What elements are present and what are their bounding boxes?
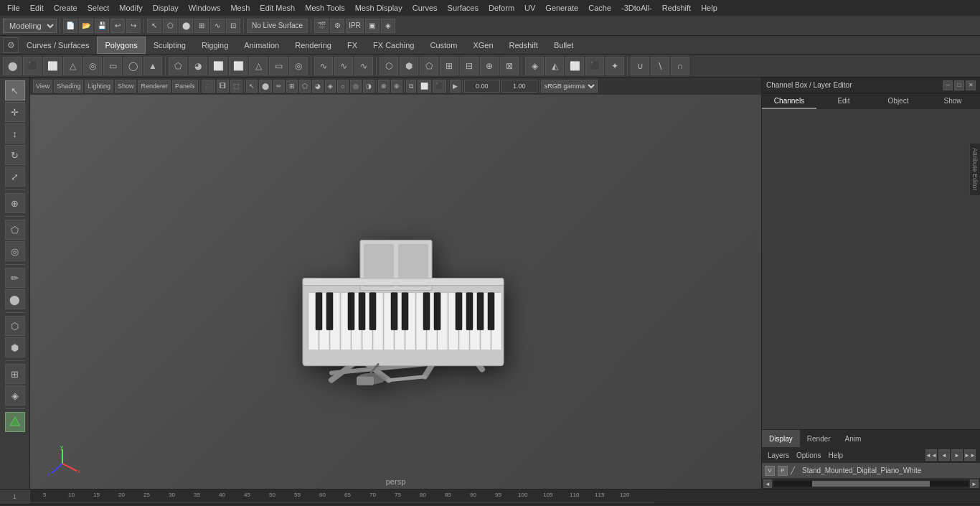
vp-panels-menu[interactable]: Panels — [172, 80, 198, 93]
vp-hud-btn[interactable]: ⬜ — [418, 80, 431, 93]
menu-surfaces[interactable]: Surfaces — [443, 2, 483, 14]
layer-scrollbar[interactable]: ◄ ► — [762, 479, 980, 489]
shelf-ep-curve-icon[interactable]: ∿ — [334, 57, 353, 75]
vp-lighting-menu[interactable]: Lighting — [85, 80, 113, 93]
layer-nav-forward-btn[interactable]: ►► — [964, 449, 976, 461]
options-menu-btn[interactable]: Options — [793, 451, 824, 459]
layer-scroll-right-btn[interactable]: ► — [970, 479, 979, 488]
shelf-nurbs-cone-icon[interactable]: △ — [249, 57, 268, 75]
tab-rigging[interactable]: Rigging — [194, 37, 236, 54]
vp-shadows-btn[interactable]: ◎ — [350, 80, 362, 93]
vp-xray-joints-btn[interactable]: ⊕ — [391, 80, 402, 93]
select-tool-btn[interactable]: ↖ — [147, 19, 161, 33]
layer-scroll-thumb[interactable] — [812, 481, 929, 487]
layer-nav-next-btn[interactable]: ► — [951, 449, 963, 461]
tab-custom[interactable]: Custom — [423, 37, 466, 54]
viewport[interactable]: View Shading Lighting Show Renderer Pane… — [30, 78, 761, 489]
paint-select2-btn[interactable]: ◎ — [5, 241, 25, 261]
sculpt-btn[interactable]: ⬤ — [5, 289, 25, 309]
rotate-tool-btn[interactable]: ↻ — [5, 145, 25, 165]
vp-shading-menu[interactable]: Shading — [54, 80, 83, 93]
menu-cache[interactable]: Cache — [584, 2, 616, 14]
scale-tool-btn[interactable]: ⤢ — [5, 167, 25, 187]
undo-btn[interactable]: ↩ — [110, 19, 125, 33]
mode-selector[interactable]: Modeling — [3, 19, 57, 33]
shelf-cube-icon[interactable]: ⬛ — [23, 57, 42, 75]
shelf-disk-icon[interactable]: ◯ — [123, 57, 142, 75]
menu-edit[interactable]: Edit — [26, 2, 48, 14]
menu-mesh-display[interactable]: Mesh Display — [351, 2, 407, 14]
layers-menu-btn[interactable]: Layers — [765, 451, 792, 459]
vp-ao-btn[interactable]: ◑ — [363, 80, 374, 93]
shelf-smooth-icon[interactable]: ◈ — [525, 57, 544, 75]
shelf-nurbs-cyl-icon[interactable]: ⬜ — [229, 57, 248, 75]
shelf-combine-icon[interactable]: ⊕ — [480, 57, 499, 75]
cb-tab-edit[interactable]: Edit — [816, 93, 871, 109]
tab-fx-caching[interactable]: FX Caching — [365, 37, 422, 54]
menu-mesh-tools[interactable]: Mesh Tools — [301, 2, 349, 14]
menu-create[interactable]: Create — [50, 2, 82, 14]
open-scene-btn[interactable]: 📂 — [79, 19, 93, 33]
vp-wireframe-btn[interactable]: ⬠ — [299, 80, 311, 93]
layer-row[interactable]: V P ╱ Stand_Mounted_Digital_Piano_White — [762, 463, 980, 479]
menu-uv[interactable]: UV — [520, 2, 540, 14]
lasso-tool-btn[interactable]: ⬠ — [163, 19, 177, 33]
shelf-bool-diff-icon[interactable]: ∖ — [651, 57, 669, 75]
select-tool-btn[interactable]: ↖ — [5, 80, 25, 100]
shelf-triangulate-icon[interactable]: ◭ — [545, 57, 564, 75]
soft-mod-btn[interactable]: ✏ — [5, 268, 25, 288]
live-surface-btn[interactable]: No Live Surface — [247, 19, 308, 33]
layer-nav-prev-btn[interactable]: ◄ — [938, 449, 950, 461]
cb-tab-channels[interactable]: Channels — [762, 93, 816, 109]
shelf-bezier-icon[interactable]: ∿ — [354, 57, 373, 75]
component-mode-btn[interactable]: ⬡ — [5, 316, 25, 336]
vp-sculpt2-btn[interactable]: ✏ — [273, 80, 285, 93]
shelf-nurbs-cube-icon[interactable]: ⬜ — [209, 57, 227, 75]
channel-box-maximize-btn[interactable]: □ — [954, 80, 964, 90]
menu-redshift[interactable]: Redshift — [658, 2, 695, 14]
tab-xgen[interactable]: XGen — [465, 37, 501, 54]
shelf-subdiv-icon[interactable]: ⬠ — [169, 57, 187, 75]
vp-play-blast-btn[interactable]: ▶ — [450, 80, 461, 93]
shelf-cv-curve-icon[interactable]: ∿ — [314, 57, 333, 75]
shelf-separate-icon[interactable]: ⊟ — [460, 57, 479, 75]
menu-windows[interactable]: Windows — [184, 2, 225, 14]
vp-view-menu[interactable]: View — [33, 80, 52, 93]
vp-renderer-menu[interactable]: Renderer — [138, 80, 171, 93]
menu-3dtall[interactable]: -3DtoAll- — [617, 2, 656, 14]
vp-film-gate-btn[interactable]: 🎞 — [217, 80, 229, 93]
channel-box-close-btn[interactable]: ✕ — [966, 80, 976, 90]
vp-xray-btn[interactable]: ⊗ — [378, 80, 390, 93]
menu-file[interactable]: File — [3, 2, 24, 14]
menu-help[interactable]: Help — [697, 2, 722, 14]
vp-select-type-btn[interactable]: ↖ — [246, 80, 258, 93]
tab-rendering[interactable]: Rendering — [287, 37, 339, 54]
menu-select[interactable]: Select — [83, 2, 114, 14]
shelf-extrude-icon[interactable]: ⬡ — [380, 57, 398, 75]
tab-polygons[interactable]: Polygons — [97, 37, 145, 54]
layer-visibility-btn[interactable]: V — [765, 466, 775, 476]
help-menu-btn[interactable]: Help — [825, 451, 846, 459]
vp-shade-btn[interactable]: ◕ — [312, 80, 324, 93]
vp-color-profile-select[interactable]: sRGB gamma — [541, 80, 598, 93]
shelf-bevel-icon[interactable]: ⬠ — [420, 57, 438, 75]
vp-isolate-btn[interactable]: ⧉ — [406, 80, 416, 93]
paint-select-btn[interactable]: ⬤ — [179, 19, 193, 33]
shelf-bridge-icon[interactable]: ⬢ — [400, 57, 418, 75]
vp-safe-area-btn[interactable]: ⬚ — [230, 80, 242, 93]
tab-bullet[interactable]: Bullet — [546, 37, 582, 54]
shelf-mirror-icon[interactable]: ⊠ — [500, 57, 519, 75]
snap-to-grid-btn[interactable]: ⊞ — [5, 364, 25, 384]
menu-generate[interactable]: Generate — [541, 2, 583, 14]
snap-grid-btn[interactable]: ⊞ — [194, 19, 209, 33]
layer-scroll-left-btn[interactable]: ◄ — [763, 479, 772, 488]
vp-grid-btn[interactable]: ⊞ — [286, 80, 298, 93]
le-tab-anim[interactable]: Anim — [838, 430, 869, 447]
cb-tab-object[interactable]: Object — [871, 93, 925, 109]
shelf-merge-icon[interactable]: ⊞ — [440, 57, 458, 75]
shelf-quad-icon[interactable]: ⬜ — [565, 57, 584, 75]
shelf-pyramid-icon[interactable]: ▲ — [143, 57, 162, 75]
layer-nav-back-btn[interactable]: ◄◄ — [925, 449, 937, 461]
tab-animation[interactable]: Animation — [236, 37, 287, 54]
snap-curve-btn[interactable]: ∿ — [210, 19, 225, 33]
